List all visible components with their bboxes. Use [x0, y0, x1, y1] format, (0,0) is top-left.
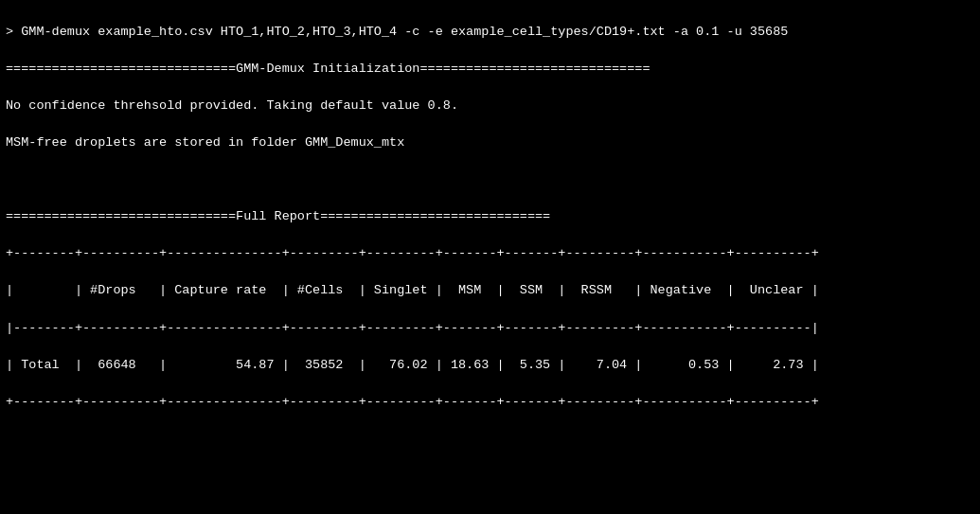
- command-line: > GMM-demux example_hto.csv HTO_1,HTO_2,…: [6, 25, 788, 39]
- table-border-2: +--------+----------+---------------+---…: [6, 395, 819, 409]
- msm-free-msg: MSM-free droplets are stored in folder G…: [6, 135, 404, 150]
- table-border-1: +--------+----------+---------------+---…: [6, 246, 819, 260]
- confidence-msg: No confidence threhsold provided. Taking…: [6, 98, 458, 113]
- table-total-row: | Total | 66648 | 54.87 | 35852 | 76.02 …: [6, 358, 819, 372]
- terminal-output: > GMM-demux example_hto.csv HTO_1,HTO_2,…: [6, 4, 974, 514]
- table-divider: |--------+----------+---------------+---…: [6, 321, 819, 335]
- init-header: ==============================GMM-Demux …: [6, 62, 650, 76]
- full-report-header: ==============================Full Repor…: [6, 209, 550, 223]
- table-header: | | #Drops | Capture rate | #Cells | Sin…: [6, 283, 819, 297]
